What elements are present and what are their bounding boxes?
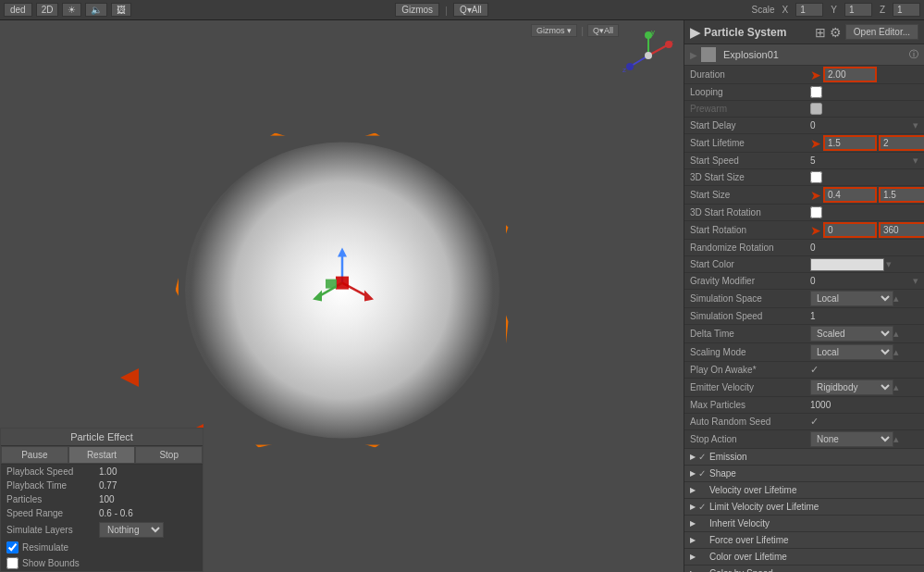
looping-checkbox[interactable]	[810, 86, 822, 98]
delta-time-dropdown[interactable]: ▴	[893, 328, 899, 340]
emitter-velocity-dropdown[interactable]: ▴	[893, 381, 899, 393]
panel-title-text: Particle System	[704, 26, 786, 39]
prop-randomize-rotation: Randomize Rotation 0	[684, 240, 924, 256]
all-btn[interactable]: Q▾All	[453, 3, 488, 17]
section-color-speed[interactable]: ▶ ✓ Color by Speed	[684, 566, 924, 572]
gizmos-dropdown-btn[interactable]: Gizmos ▾	[531, 24, 577, 37]
inherit-velocity-label: Inherit Velocity	[709, 518, 770, 528]
section-color-lifetime[interactable]: ▶ ✓ Color over Lifetime	[684, 549, 924, 566]
gravity-dropdown[interactable]: ▾	[913, 275, 918, 287]
prop-start-lifetime-label: Start Lifetime	[690, 138, 810, 148]
prop-randomize-rotation-label: Randomize Rotation	[690, 242, 810, 253]
gizmos-btn[interactable]: Gizmos	[395, 3, 439, 17]
delta-time-select[interactable]: Scaled Unscaled	[810, 326, 893, 342]
force-lifetime-triangle: ▶	[690, 536, 696, 544]
duration-input[interactable]	[823, 67, 877, 82]
prop-start-color: Start Color ▾	[684, 256, 924, 273]
prop-start-delay-label: Start Delay	[690, 120, 810, 131]
section-force-lifetime[interactable]: ▶ ✓ Force over Lifetime	[684, 532, 924, 549]
simulate-layers-row: Simulate Layers Nothing Everything	[1, 520, 203, 540]
start-delay-dropdown[interactable]: ▾	[913, 119, 918, 131]
open-editor-btn[interactable]: Open Editor...	[845, 24, 918, 40]
orientation-gizmo[interactable]: y x z	[621, 28, 676, 83]
playback-speed-row: Playback Speed 1.00	[1, 465, 203, 479]
prop-start-rotation: Start Rotation ➤ ▾	[684, 221, 924, 240]
max-particles-value: 1000	[810, 400, 918, 410]
speed-range-value: 0.6 - 0.6	[99, 508, 133, 518]
start-speed-value: 5	[810, 155, 913, 166]
lifetime-min-input[interactable]	[823, 135, 877, 151]
prop-start-rotation-label: Start Rotation	[690, 225, 810, 235]
3d-start-rotation-checkbox[interactable]	[810, 206, 822, 218]
3d-start-size-checkbox[interactable]	[810, 171, 822, 183]
sun-icon[interactable]: ☀	[62, 3, 81, 17]
section-limit-velocity[interactable]: ▶ ✓ Limit Velocity over Lifetime	[684, 499, 924, 516]
scale-z-input[interactable]	[893, 3, 920, 17]
prop-simulation-speed: Simulation Speed 1	[684, 308, 924, 325]
audio-icon[interactable]: 🔈	[85, 3, 107, 17]
scale-x-input[interactable]	[795, 3, 823, 17]
prop-prewarm: Prewarm	[684, 101, 924, 118]
particles-row: Particles 100	[1, 492, 203, 506]
scale-y-input[interactable]	[844, 3, 872, 17]
start-color-swatch[interactable]	[810, 258, 884, 271]
panel-title: ▶ Particle System	[690, 25, 790, 40]
component-info-btn[interactable]: ⓘ	[909, 48, 918, 61]
prop-start-size-label: Start Size	[690, 190, 810, 200]
2d-toggle[interactable]: 2D	[36, 3, 59, 17]
section-shape[interactable]: ▶ ✓ Shape	[684, 466, 924, 482]
prewarm-checkbox[interactable]	[810, 103, 822, 115]
rotation-max-input[interactable]	[879, 222, 924, 238]
prop-delta-time-label: Delta Time	[690, 329, 810, 339]
emitter-velocity-select[interactable]: Rigidbody Transform	[810, 379, 893, 395]
simulate-layers-select[interactable]: Nothing Everything	[99, 522, 164, 538]
restart-btn[interactable]: Restart	[68, 446, 136, 464]
stop-btn[interactable]: Stop	[135, 446, 203, 464]
resimulate-checkbox[interactable]	[6, 541, 18, 553]
color-dropdown[interactable]: ▾	[886, 258, 892, 270]
prop-max-particles-label: Max Particles	[690, 400, 810, 410]
prop-auto-random-seed-label: Auto Random Seed	[690, 417, 810, 427]
svg-point-9	[626, 63, 634, 70]
scene-view: Gizmos ▾ | Q▾All y x z	[0, 20, 684, 572]
mode-dropdown[interactable]: ded	[4, 3, 32, 17]
playback-speed-value: 1.00	[99, 466, 117, 477]
prop-start-delay: Start Delay 0 ▾	[684, 118, 924, 134]
section-emission[interactable]: ▶ ✓ Emission	[684, 449, 924, 466]
prop-scaling-mode-label: Scaling Mode	[690, 347, 810, 357]
section-inherit-velocity[interactable]: ▶ ✓ Inherit Velocity	[684, 516, 924, 532]
prop-gravity-modifier-label: Gravity Modifier	[690, 276, 810, 286]
image-icon[interactable]: 🖼	[111, 3, 131, 17]
prop-looping: Looping	[684, 84, 924, 101]
scaling-mode-select[interactable]: Local Hierarchy Shape	[810, 344, 893, 360]
scale-bar: Scale X Y Z	[752, 3, 920, 17]
all-layers-btn[interactable]: Q▾All	[587, 24, 619, 37]
pause-btn[interactable]: Pause	[1, 446, 68, 464]
stop-action-select[interactable]: None Disable Destroy Callback	[810, 431, 893, 447]
simulation-space-select[interactable]: Local World	[810, 291, 893, 306]
velocity-lifetime-triangle: ▶	[690, 486, 696, 494]
size-min-input[interactable]	[823, 187, 877, 203]
panel-icon-btn[interactable]: ⊞	[815, 25, 826, 40]
scaling-mode-dropdown[interactable]: ▴	[893, 346, 899, 358]
stop-action-dropdown[interactable]: ▴	[893, 433, 899, 445]
lifetime-max-input[interactable]	[879, 135, 924, 151]
force-lifetime-label: Force over Lifetime	[709, 535, 789, 545]
panel-menu-btn[interactable]: ⚙	[830, 25, 842, 40]
svg-marker-15	[313, 291, 322, 302]
auto-random-seed-checkmark: ✓	[810, 416, 819, 428]
svg-point-7	[645, 31, 652, 39]
prop-scaling-mode: Scaling Mode Local Hierarchy Shape ▴	[684, 343, 924, 362]
start-speed-dropdown[interactable]: ▾	[913, 155, 918, 167]
show-bounds-checkbox[interactable]	[6, 557, 18, 569]
svg-point-8	[665, 41, 672, 48]
simulation-speed-value: 1	[810, 311, 918, 321]
size-max-input[interactable]	[879, 187, 924, 203]
prop-delta-time: Delta Time Scaled Unscaled ▴	[684, 325, 924, 343]
shape-check: ✓	[698, 468, 706, 479]
section-velocity-lifetime[interactable]: ▶ ✓ Velocity over Lifetime	[684, 482, 924, 499]
sim-space-dropdown[interactable]: ▴	[893, 292, 899, 305]
prop-3d-start-size-label: 3D Start Size	[690, 172, 810, 182]
scale-z-label: Z	[880, 5, 885, 15]
rotation-min-input[interactable]	[823, 222, 877, 238]
